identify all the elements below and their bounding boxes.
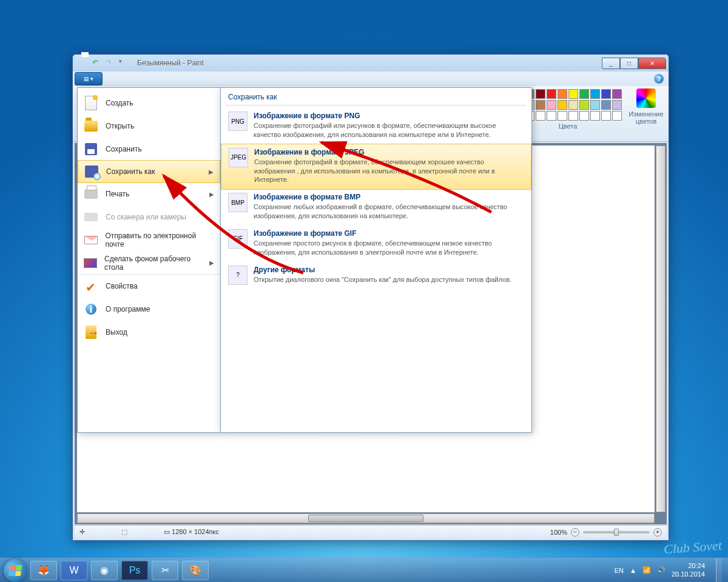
undo-icon[interactable]: ↶ xyxy=(92,58,102,68)
ribbon-tabstrip: ▤ ▾ ? xyxy=(73,72,669,86)
file-tab[interactable]: ▤ ▾ xyxy=(75,72,103,85)
color-swatch[interactable] xyxy=(547,111,556,121)
tray-flag-icon[interactable]: ▲ xyxy=(630,567,636,574)
scrollbar-thumb[interactable] xyxy=(308,515,423,522)
color-swatch[interactable] xyxy=(558,111,567,121)
tray-clock[interactable]: 20:24 20.10.2014 xyxy=(672,562,705,578)
color-swatch[interactable] xyxy=(579,89,589,99)
saveas-jpeg[interactable]: JPEGИзображение в формате JPEGСохранение… xyxy=(221,144,531,190)
vertical-scrollbar[interactable] xyxy=(656,146,666,512)
file-menu-saveas[interactable]: Сохранить как▶ xyxy=(78,160,220,183)
color-swatch[interactable] xyxy=(558,100,567,110)
color-swatch[interactable] xyxy=(601,111,611,121)
color-swatch[interactable] xyxy=(558,89,567,99)
menu-item-label: Сделать фоном рабочего стола xyxy=(104,255,202,272)
window-controls: _ □ ✕ xyxy=(602,58,666,69)
taskbar-photoshop[interactable]: Ps xyxy=(121,561,148,580)
show-desktop-button[interactable] xyxy=(716,558,722,583)
new-icon xyxy=(84,96,98,110)
saveas-gif[interactable]: GIFИзображение в формате GIFСохранение п… xyxy=(221,226,531,262)
edit-colors-label: Изменение цветов xyxy=(629,110,664,125)
file-menu-print[interactable]: Печать▶ xyxy=(78,182,220,206)
zoom-control: 100% − + xyxy=(550,528,662,537)
minimize-button[interactable]: _ xyxy=(602,58,620,69)
horizontal-scrollbar[interactable] xyxy=(77,513,655,523)
close-button[interactable]: ✕ xyxy=(638,58,666,69)
color-swatch[interactable] xyxy=(536,111,545,121)
save-icon[interactable] xyxy=(79,58,89,68)
menu-item-label: О программе xyxy=(106,305,150,313)
color-swatch[interactable] xyxy=(612,100,622,110)
color-swatch[interactable] xyxy=(579,111,589,121)
maximize-button[interactable]: □ xyxy=(620,58,638,69)
color-swatch[interactable] xyxy=(536,100,545,110)
print-icon xyxy=(84,187,98,201)
format-description: Сохранение фотографий или рисунков в фор… xyxy=(254,121,524,139)
color-swatch[interactable] xyxy=(547,89,556,99)
submenu-arrow-icon: ▶ xyxy=(209,169,214,175)
selection-icon: ⬚ xyxy=(121,528,127,536)
zoom-slider[interactable] xyxy=(583,531,650,534)
color-swatch[interactable] xyxy=(579,100,589,110)
mail-icon xyxy=(84,233,98,247)
color-swatch[interactable] xyxy=(590,111,600,121)
file-menu-new[interactable]: Создать xyxy=(78,92,220,115)
menu-item-label: Выход xyxy=(106,328,127,336)
color-swatch[interactable] xyxy=(568,100,578,110)
color-swatch[interactable] xyxy=(612,89,622,99)
color-swatch[interactable] xyxy=(590,89,600,99)
color-swatch[interactable] xyxy=(568,111,578,121)
taskbar-chrome[interactable]: ◉ xyxy=(91,561,118,580)
format-icon: ? xyxy=(228,266,248,285)
format-title: Изображение в формате PNG xyxy=(254,112,524,120)
file-menu-props[interactable]: Свойства xyxy=(78,275,220,298)
file-menu-mail[interactable]: Отправить по электронной почте xyxy=(78,229,220,252)
format-icon: PNG xyxy=(228,112,248,131)
file-menu-about[interactable]: iО программе xyxy=(78,298,220,321)
file-menu-open[interactable]: Открыть xyxy=(78,115,220,138)
start-button[interactable] xyxy=(4,559,27,582)
edit-colors-button[interactable]: Изменение цветов xyxy=(629,89,664,125)
format-description: Открытие диалогового окна "Сохранить как… xyxy=(254,275,524,284)
format-icon: BMP xyxy=(228,193,248,212)
color-swatch[interactable] xyxy=(590,100,600,110)
props-icon xyxy=(84,279,98,293)
color-swatch[interactable] xyxy=(536,89,545,99)
help-icon[interactable]: ? xyxy=(654,74,664,84)
color-swatch[interactable] xyxy=(568,89,578,99)
tray-network-icon[interactable]: 📶 xyxy=(642,566,651,574)
saveas-bmp[interactable]: BMPИзображение в формате BMPСохранение л… xyxy=(221,189,531,226)
taskbar-snipping[interactable]: ✂ xyxy=(152,561,178,580)
color-swatch[interactable] xyxy=(547,100,556,110)
save-icon xyxy=(84,142,98,156)
zoom-label: 100% xyxy=(550,529,567,536)
titlebar[interactable]: ↶ ↷ ▾ Безымянный - Paint _ □ ✕ xyxy=(73,55,669,72)
exit-icon xyxy=(84,325,98,340)
format-icon: GIF xyxy=(228,229,248,249)
taskbar-word[interactable]: W xyxy=(61,561,87,580)
desktop-icon xyxy=(84,256,97,270)
about-icon: i xyxy=(84,302,98,316)
colors-group: Цвета Изменение цветов xyxy=(513,89,664,130)
color-swatch[interactable] xyxy=(601,89,611,99)
zoom-out-button[interactable]: − xyxy=(571,528,579,537)
saveas-png[interactable]: PNGИзображение в формате PNGСохранение ф… xyxy=(221,108,531,144)
menu-item-label: Печать xyxy=(106,190,129,198)
color-swatch[interactable] xyxy=(612,111,622,121)
tray-volume-icon[interactable]: 🔊 xyxy=(657,566,666,574)
save-as-submenu: Сохранить как PNGИзображение в формате P… xyxy=(220,87,532,433)
saveas-?[interactable]: ?Другие форматыОткрытие диалогового окна… xyxy=(221,262,531,290)
format-icon: JPEG xyxy=(229,148,248,167)
zoom-in-button[interactable]: + xyxy=(653,528,662,537)
file-menu-desktop[interactable]: Сделать фоном рабочего стола▶ xyxy=(78,252,220,275)
qat-dropdown-icon[interactable]: ▾ xyxy=(119,58,129,68)
taskbar-paint[interactable]: 🎨 xyxy=(182,561,209,580)
file-menu-save[interactable]: Сохранить xyxy=(78,138,220,161)
taskbar-firefox[interactable]: 🦊 xyxy=(30,561,57,580)
redo-icon[interactable]: ↷ xyxy=(106,58,115,68)
file-menu-exit[interactable]: Выход xyxy=(78,321,220,344)
menu-item-label: Сохранить как xyxy=(106,167,155,176)
color-swatch[interactable] xyxy=(601,100,611,110)
menu-item-label: Сохранить xyxy=(106,145,142,153)
tray-lang[interactable]: EN xyxy=(615,567,624,574)
